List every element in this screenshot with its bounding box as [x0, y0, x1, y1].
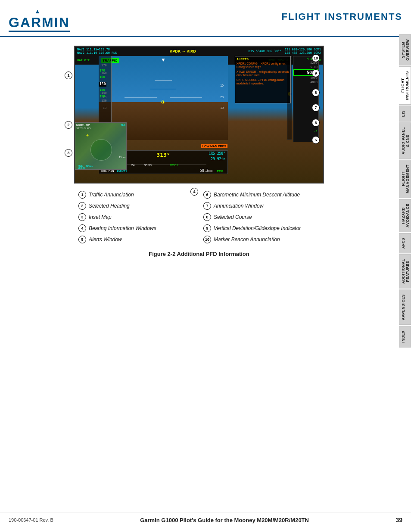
page-header: ▲ GARMIN FLIGHT INSTRUMENTS: [0, 0, 411, 37]
logo-area: ▲ GARMIN: [9, 8, 70, 32]
sidebar-tab-index[interactable]: INDEX: [399, 326, 411, 347]
footer-document-title: Garmin G1000 Pilot's Guide for the Moone…: [140, 517, 309, 523]
page-title: FLIGHT INSTRUMENTS: [282, 8, 402, 22]
pfd-diagram-wrapper: 1 2 3 4 5 6 7 8 9 10 NAV1 111.15↔119.78N…: [74, 46, 324, 184]
legend-item-3: 3 Inset Map: [78, 212, 195, 222]
sidebar-tab-system-overview[interactable]: SYSTEMOVERVIEW: [399, 34, 411, 65]
legend-num-4: 4: [78, 224, 86, 232]
sidebar-tab-audio-panel[interactable]: AUDIO PANEL& CNS: [399, 122, 411, 159]
callout-7: 7: [312, 104, 320, 112]
main-content: 1 2 3 4 5 6 7 8 9 10 NAV1 111.15↔119.78N…: [0, 37, 411, 274]
pfd-top-bar: NAV1 111.15↔119.78NAV2 111.10 116.60 PDK…: [75, 47, 323, 56]
logo-underline: [9, 31, 70, 32]
callout-1: 1: [65, 72, 72, 79]
sidebar-tabs: SYSTEMOVERVIEW FLIGHTINSTRUMENTS EIS AUD…: [399, 34, 411, 347]
legend-item-8: 8 Selected Course: [203, 212, 320, 222]
footer-page-number: 39: [395, 516, 402, 523]
legend-num-2: 2: [78, 202, 86, 210]
sidebar-tab-hazard-avoidance[interactable]: HAZARDAVOIDANCE: [399, 199, 411, 232]
legend-num-5: 5: [78, 236, 86, 243]
map-inset: NORTH UP STBY BLND TME NAV1 110.70 15nm …: [75, 122, 127, 170]
legend-num-9: 9: [203, 224, 211, 232]
legend-area: 1 Traffic Annunciation 6 Barometric Mini…: [74, 190, 324, 244]
alerts-title: ALERTS: [237, 58, 289, 61]
pfd-oat: OAT 8°C: [77, 59, 90, 62]
pfd-screen: NAV1 111.15↔119.78NAV2 111.10 116.60 PDK…: [74, 46, 324, 184]
page-footer: 190-00647-01 Rev. B Garmin G1000 Pilot's…: [0, 513, 411, 523]
legend-num-6: 6: [203, 191, 211, 199]
callout-9: 9: [312, 69, 320, 77]
logo-triangle-icon: ▲: [34, 8, 40, 15]
callout-6: 6: [312, 119, 320, 127]
legend-text-9: Vertical Deviation/Glideslope Indicator: [214, 224, 301, 232]
callout-3: 3: [65, 149, 72, 157]
legend-text-3: Inset Map: [89, 213, 112, 221]
sidebar-tab-additional-features[interactable]: ADDITIONALFEATURES: [399, 254, 411, 288]
sidebar-tab-flight-instruments[interactable]: FLIGHTINSTRUMENTS: [399, 66, 411, 105]
sidebar-tab-appendices[interactable]: APPENDICES: [399, 289, 411, 325]
legend-num-3: 3: [78, 213, 86, 221]
legend-text-4: Bearing Information Windows: [89, 224, 156, 232]
callout-5: 5: [312, 136, 320, 144]
legend-text-8: Selected Course: [214, 213, 252, 221]
callout-8: 8: [312, 89, 320, 96]
legend-item-1: 1 Traffic Annunciation: [78, 190, 195, 199]
legend-text-2: Selected Heading: [89, 202, 130, 210]
pfd-flight-plan: KPDK → KIXD: [121, 49, 245, 53]
legend-num-1: 1: [78, 191, 86, 199]
pfd-com-frequencies: 121.688↔120.900 COM1128.488 123.200 COM2: [285, 48, 321, 55]
legend-text-6: Barometric Minimum Descent Altitude: [214, 191, 300, 199]
legend-item-2: 2 Selected Heading: [78, 201, 195, 211]
garmin-logo: GARMIN: [9, 16, 70, 29]
legend-text-5: Alerts Window: [89, 236, 122, 243]
alert-line-2: XTALK ERROR – A flight display crosstalk…: [237, 70, 289, 78]
legend-item-6: 6 Barometric Minimum Descent Altitude: [203, 190, 320, 199]
legend-item-5: 5 Alerts Window: [78, 235, 195, 244]
legend-text-7: Annunciation Window: [214, 202, 263, 210]
legend-text-1: Traffic Annunciation: [89, 191, 134, 199]
callout-4: 4: [190, 188, 198, 196]
legend-num-8: 8: [203, 213, 211, 221]
legend-item-7: 7 Annunciation Window: [203, 201, 320, 211]
footer-part-number: 190-00647-01 Rev. B: [9, 517, 53, 523]
alert-line-3: CNFG MODULE – PFD1 configuration module …: [237, 78, 289, 86]
callout-2: 2: [65, 121, 72, 129]
legend-text-10: Marker Beacon Annunciation: [214, 236, 280, 243]
legend-item-4: 4 Bearing Information Windows: [78, 224, 195, 233]
legend-num-7: 7: [203, 202, 211, 210]
altimeter-tape: M 4900 5200 5100 5000 4900 4800 -2 -1 1: [293, 56, 319, 142]
legend-item-10: 10 Marker Beacon Annunciation: [203, 235, 320, 244]
sidebar-tab-eis[interactable]: EIS: [399, 106, 411, 121]
alert-line-1: XPDR1 CONFIG – XPDR1 config error. Confi…: [237, 62, 289, 69]
sidebar-tab-flight-management[interactable]: FLIGHTMANAGEMENT: [399, 160, 411, 198]
legend-num-10: 10: [203, 236, 211, 243]
legend-item-9: 9 Vertical Deviation/Glideslope Indicato…: [203, 224, 320, 233]
callout-10: 10: [312, 54, 320, 62]
pfd-dis-brg: DIS 534nm BRG 306°: [249, 50, 281, 53]
pfd-nav-frequencies: NAV1 111.15↔119.78NAV2 111.10 116.60 PDK: [77, 48, 117, 55]
alerts-box: ALERTS XPDR1 CONFIG – XPDR1 config error…: [235, 56, 291, 103]
sidebar-tab-afcs[interactable]: AFCS: [399, 233, 411, 253]
figure-caption: Figure 2-2 Additional PFD Information: [9, 251, 389, 257]
